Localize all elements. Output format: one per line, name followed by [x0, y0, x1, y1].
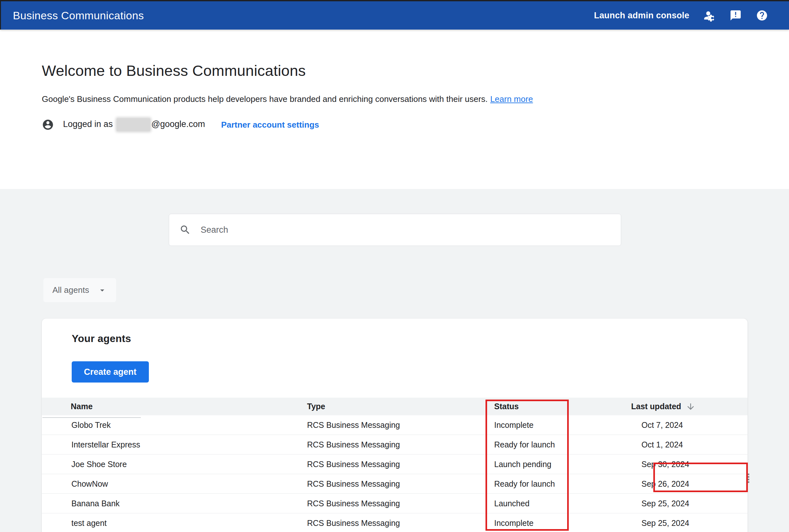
agent-name-cell: Interstellar Express: [42, 440, 307, 450]
app-title: Business Communications: [13, 9, 144, 22]
column-header-status[interactable]: Status: [494, 402, 631, 411]
agent-updated-cell: Oct 7, 2024: [631, 420, 748, 430]
agent-type-cell: RCS Business Messaging: [307, 499, 494, 508]
table-row[interactable]: ChowNow RCS Business Messaging Ready for…: [42, 474, 748, 494]
agent-updated-cell: Oct 1, 2024: [631, 440, 748, 450]
agents-table-body: Globo Trek RCS Business Messaging Incomp…: [42, 415, 748, 532]
table-row[interactable]: test agent RCS Business Messaging Incomp…: [42, 513, 748, 532]
agent-status-cell: Incomplete: [494, 518, 631, 528]
table-row[interactable]: Joe Shoe Store RCS Business Messaging La…: [42, 455, 748, 474]
app-bar: Business Communications Launch admin con…: [0, 1, 789, 30]
agent-status-cell: Launch pending: [494, 460, 631, 469]
sort-descending-icon: [686, 402, 695, 412]
agent-updated-cell: Sep 25, 2024: [631, 499, 748, 508]
feedback-icon[interactable]: [729, 9, 742, 22]
table-row[interactable]: Banana Bank RCS Business Messaging Launc…: [42, 494, 748, 513]
column-header-last-updated[interactable]: Last updated: [631, 402, 748, 412]
agent-updated-cell: Sep 25, 2024: [631, 518, 748, 528]
agents-section: All agents View as: Your agents Create a…: [0, 189, 789, 532]
column-header-name[interactable]: Name: [42, 402, 307, 411]
manage-accounts-icon[interactable]: [703, 9, 716, 22]
column-header-type[interactable]: Type: [307, 402, 494, 411]
agent-status-cell: Ready for launch: [494, 440, 631, 450]
logged-in-domain: @google.com: [151, 119, 205, 129]
agent-updated-cell: Sep 30, 2024: [631, 460, 748, 469]
agent-type-cell: RCS Business Messaging: [307, 479, 494, 489]
agent-type-cell: RCS Business Messaging: [307, 420, 494, 430]
agent-status-cell: Ready for launch: [494, 479, 631, 489]
table-row[interactable]: Globo Trek RCS Business Messaging Incomp…: [42, 415, 748, 435]
redacted-email: [117, 118, 150, 131]
agents-card: Your agents Create agent Name Type Statu…: [42, 319, 748, 532]
search-icon: [180, 224, 191, 235]
agent-name-cell: Banana Bank: [42, 499, 307, 508]
chevron-down-icon: [97, 285, 107, 295]
description-text: Google's Business Communication products…: [42, 94, 488, 104]
agents-card-title: Your agents: [42, 319, 748, 345]
search-bar: [169, 214, 621, 246]
learn-more-link[interactable]: Learn more: [490, 94, 533, 104]
agent-name-cell: Globo Trek: [42, 420, 307, 430]
window-top-edge: [0, 0, 789, 1]
logged-in-prefix: Logged in as: [63, 119, 113, 129]
agent-status-cell: Incomplete: [494, 420, 631, 430]
agents-table: Name Type Status Last updated Globo Trek…: [42, 398, 748, 532]
filter-chip-label: All agents: [52, 285, 89, 295]
help-icon[interactable]: [755, 9, 768, 22]
partner-account-settings-link[interactable]: Partner account settings: [221, 120, 319, 130]
login-row: Logged in as@google.com Partner account …: [42, 118, 789, 131]
hero-section: Welcome to Business Communications Googl…: [0, 30, 789, 189]
create-agent-button[interactable]: Create agent: [72, 361, 149, 382]
agent-updated-cell: Sep 26, 2024: [631, 479, 748, 489]
logged-in-text: Logged in as@google.com: [63, 118, 205, 131]
launch-admin-console-button[interactable]: Launch admin console: [594, 11, 689, 21]
agents-filter-chip[interactable]: All agents: [43, 278, 116, 302]
agent-name-cell: ChowNow: [42, 479, 307, 489]
header-divider-segment: [42, 417, 141, 418]
agent-type-cell: RCS Business Messaging: [307, 440, 494, 450]
app-bar-actions: Launch admin console: [594, 9, 768, 22]
agent-name-cell: test agent: [42, 518, 307, 528]
search-input[interactable]: [201, 225, 610, 235]
table-header-row: Name Type Status Last updated: [42, 398, 748, 415]
agent-type-cell: RCS Business Messaging: [307, 518, 494, 528]
agent-name-cell: Joe Shoe Store: [42, 460, 307, 469]
agent-type-cell: RCS Business Messaging: [307, 460, 494, 469]
last-updated-label: Last updated: [631, 402, 681, 411]
account-circle-icon: [42, 119, 54, 131]
page-description: Google's Business Communication products…: [42, 94, 789, 104]
agent-status-cell: Launched: [494, 499, 631, 508]
table-row[interactable]: Interstellar Express RCS Business Messag…: [42, 435, 748, 455]
page-title: Welcome to Business Communications: [42, 62, 789, 79]
